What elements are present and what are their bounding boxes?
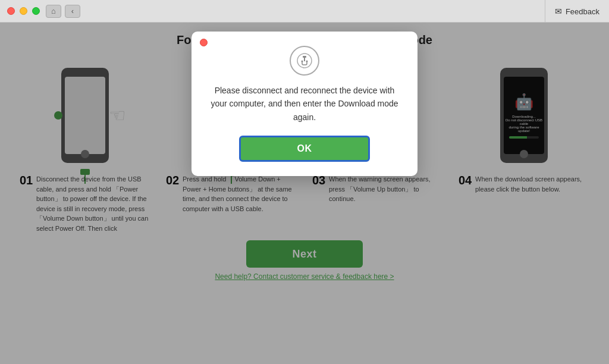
close-button[interactable] [7, 7, 15, 15]
traffic-lights [0, 7, 40, 15]
modal-usb-icon [290, 46, 319, 76]
feedback-label: Feedback [566, 7, 599, 16]
modal-ok-button[interactable]: OK [239, 136, 370, 162]
svg-rect-1 [303, 56, 306, 58]
svg-rect-2 [304, 58, 305, 61]
mail-icon: ✉ [555, 7, 562, 16]
modal-close-dot [200, 39, 208, 46]
navigation-icons: ⌂ ‹ [46, 5, 80, 18]
main-content: Follow the steps to enter the Download M… [0, 23, 609, 364]
svg-point-4 [306, 61, 308, 62]
usb-icon-svg [296, 52, 313, 69]
home-icon[interactable]: ⌂ [46, 5, 61, 18]
feedback-button[interactable]: ✉ Feedback [545, 0, 609, 23]
minimize-button[interactable] [20, 7, 27, 15]
back-icon[interactable]: ‹ [65, 5, 80, 18]
title-bar: ⌂ ‹ ✉ Feedback [0, 0, 609, 23]
modal-overlay: Please disconnect and reconnect the devi… [0, 23, 609, 364]
modal-dialog: Please disconnect and reconnect the devi… [192, 32, 417, 176]
svg-point-3 [302, 61, 303, 62]
modal-message: Please disconnect and reconnect the devi… [209, 84, 400, 124]
maximize-button[interactable] [32, 7, 40, 15]
